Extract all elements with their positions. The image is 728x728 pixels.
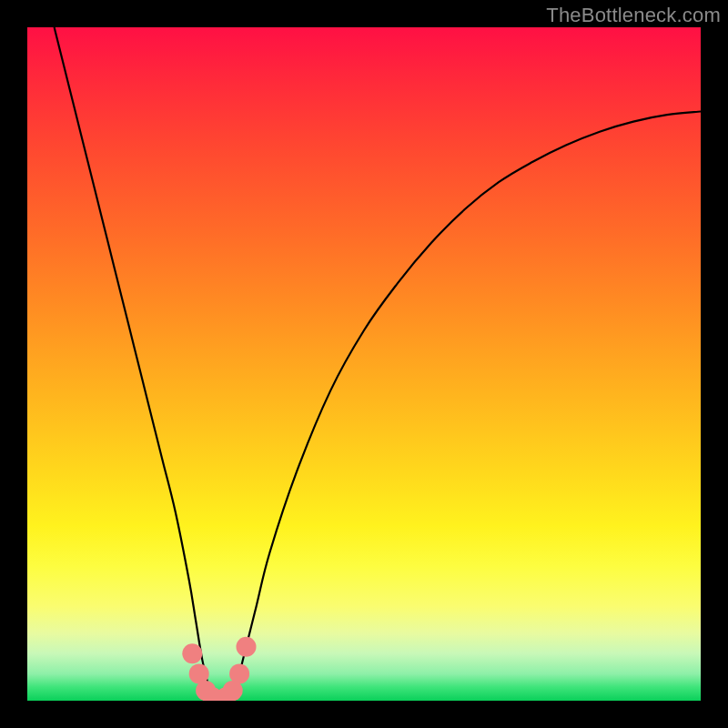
watermark-text: TheBottleneck.com [546, 4, 721, 27]
data-marker [237, 637, 257, 657]
data-marker [229, 663, 249, 683]
bottleneck-curve [55, 27, 701, 701]
curve-layer [27, 27, 701, 701]
curve-path [55, 27, 701, 701]
marker-group [182, 637, 256, 701]
plot-area [27, 27, 701, 701]
chart-frame: TheBottleneck.com [0, 0, 728, 728]
data-marker [182, 643, 202, 663]
